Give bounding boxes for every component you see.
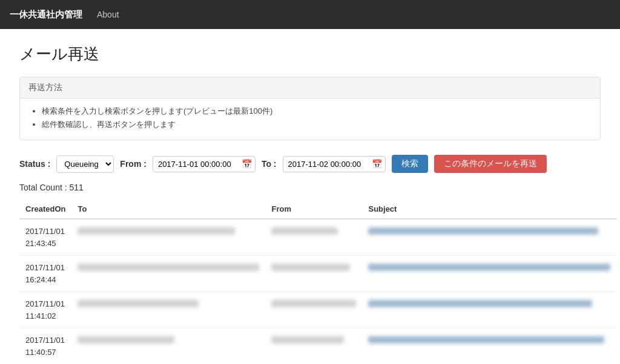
navbar-brand: 一休共通社内管理 [10,9,82,21]
table-header-row: CreatedOn To From Subject [19,200,616,219]
table-row: 2017/11/0121:43:45 [19,219,616,256]
cell-from [265,256,362,292]
cell-subject [362,219,616,256]
navbar-about-link[interactable]: About [97,10,119,19]
instructions-header: 再送方法 [20,77,600,99]
resend-button[interactable]: この条件のメールを再送 [434,155,547,173]
cell-to [71,292,265,328]
instructions-box: 再送方法 検索条件を入力し検索ボタンを押します(プレビューは最新100件) 総件… [19,77,601,140]
col-from: From [265,200,362,219]
cell-from [265,219,362,256]
cell-to [71,219,265,256]
search-bar: Status : Queueing Sent Failed From : 📅 T… [19,155,601,173]
table-row: 2017/11/0116:24:44 [19,256,616,292]
search-button[interactable]: 検索 [392,155,428,173]
table-body: 2017/11/0121:43:452017/11/0116:24:442017… [19,219,616,364]
cell-to [71,256,265,292]
cell-created-on: 2017/11/0111:40:57 [19,328,71,365]
instructions-body: 検索条件を入力し検索ボタンを押します(プレビューは最新100件) 総件数確認し、… [20,99,600,140]
from-date-wrapper: 📅 [153,156,256,172]
cell-created-on: 2017/11/0111:41:02 [19,292,71,328]
to-date-wrapper: 📅 [283,156,386,172]
cell-to [71,328,265,365]
status-label: Status : [19,159,50,169]
cell-subject [362,328,616,365]
main-content: メール再送 再送方法 検索条件を入力し検索ボタンを押します(プレビューは最新10… [0,29,620,364]
table-row: 2017/11/0111:40:57 [19,328,616,365]
instructions-list: 検索条件を入力し検索ボタンを押します(プレビューは最新100件) 総件数確認し、… [30,106,590,130]
to-label: To : [262,159,277,169]
navbar: 一休共通社内管理 About [0,0,620,29]
cell-subject [362,256,616,292]
cell-created-on: 2017/11/0116:24:44 [19,256,71,292]
page-title: メール再送 [19,44,601,65]
to-date-input[interactable] [283,156,386,172]
mail-table: CreatedOn To From Subject 2017/11/0121:4… [19,200,616,364]
cell-subject [362,292,616,328]
table-row: 2017/11/0111:41:02 [19,292,616,328]
from-label: From : [120,159,147,169]
table-head: CreatedOn To From Subject [19,200,616,219]
status-select[interactable]: Queueing Sent Failed [56,155,114,173]
total-count: Total Count : 511 [19,183,601,192]
from-date-input[interactable] [153,156,256,172]
cell-from [265,292,362,328]
instructions-item-2: 総件数確認し、再送ボタンを押します [42,119,590,130]
cell-created-on: 2017/11/0121:43:45 [19,219,71,256]
cell-from [265,328,362,365]
col-created-on: CreatedOn [19,200,71,219]
col-subject: Subject [362,200,616,219]
col-to: To [71,200,265,219]
instructions-item-1: 検索条件を入力し検索ボタンを押します(プレビューは最新100件) [42,106,590,117]
